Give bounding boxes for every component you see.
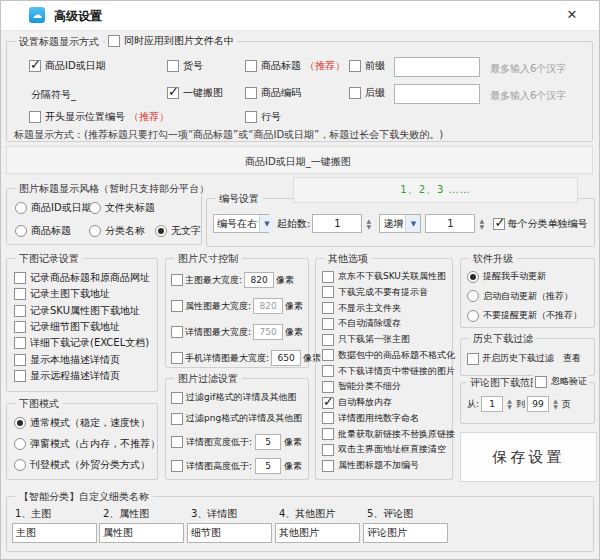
line-number-row[interactable]: 行号 — [245, 110, 281, 124]
record-option-row[interactable]: 记录SKU属性图下载地址 — [14, 304, 154, 318]
radio-icon[interactable] — [14, 438, 26, 450]
main-image-width-row[interactable]: 主图最大宽度: 像素 — [171, 272, 294, 288]
checkbox[interactable] — [14, 288, 26, 300]
other-option-row[interactable]: 批量获取新链接不替换原链接 — [322, 428, 450, 441]
other-option-row[interactable]: 只下载第一张主图 — [322, 333, 450, 346]
onekey-row[interactable]: 一键搬图 — [167, 86, 223, 100]
prefix-checkbox[interactable] — [349, 60, 361, 72]
record-option-row[interactable]: 记录细节图下载地址 — [14, 320, 154, 334]
radio-icon[interactable] — [89, 202, 101, 214]
checkbox[interactable] — [322, 460, 334, 472]
ignore-verify-row[interactable]: 忽略验证 — [533, 375, 589, 388]
upgrade-manual-row[interactable]: 提醒我手动更新 — [467, 270, 591, 283]
product-id-date-row[interactable]: 商品ID或日期 — [29, 59, 106, 73]
filter-gif-row[interactable]: 过滤gif格式的详情及其他图 — [171, 391, 296, 404]
prefix-input[interactable] — [394, 57, 480, 77]
other-option-row[interactable]: 京东不下载SKU关联属性图 — [322, 270, 450, 283]
record-option-row[interactable]: 记录商品标题和原商品网址 — [14, 271, 154, 285]
record-option-row[interactable]: 记录主图下载地址 — [14, 287, 154, 301]
other-option-row[interactable]: 不下载详情页中带链接的图片 — [322, 365, 450, 378]
checkbox[interactable] — [322, 381, 334, 393]
checkbox[interactable] — [322, 397, 334, 409]
filter-height-input[interactable] — [255, 458, 281, 474]
category-input-2[interactable] — [99, 523, 184, 543]
save-settings-button[interactable]: 保存设置 — [460, 432, 597, 482]
category-input-3[interactable] — [187, 523, 272, 543]
filter-png-row[interactable]: 过滤png格式的详情及其他图 — [171, 412, 302, 425]
checkbox[interactable] — [14, 272, 26, 284]
record-option-row[interactable]: 显示本地描述详情页 — [14, 353, 154, 367]
category-input-1[interactable] — [12, 523, 97, 543]
checkbox[interactable] — [171, 413, 183, 425]
checkbox[interactable] — [14, 354, 26, 366]
radio-icon[interactable] — [467, 310, 479, 322]
radio-icon[interactable] — [15, 225, 27, 237]
radio-no-text[interactable]: 无文字 — [155, 224, 201, 238]
other-option-row[interactable]: 双击主界面地址框直接清空 — [322, 443, 450, 456]
other-option-row[interactable]: 详情图用纯数字命名 — [322, 412, 450, 425]
mobile-detail-width-input[interactable] — [271, 350, 301, 366]
radio-folder-title[interactable]: 文件夹标题 — [89, 201, 155, 215]
position-number-checkbox[interactable] — [29, 111, 41, 123]
checkbox[interactable] — [171, 392, 183, 404]
suffix-checkbox[interactable] — [349, 87, 361, 99]
mode-popup-row[interactable]: 弹窗模式（占内存，不推荐） — [14, 437, 154, 451]
checkbox[interactable] — [322, 334, 334, 346]
checkbox[interactable] — [14, 305, 26, 317]
record-option-row[interactable]: 显示远程描述详情页 — [14, 369, 154, 383]
record-option-row[interactable]: 详细下载记录(EXCEL文档) — [14, 336, 154, 350]
upgrade-auto-row[interactable]: 启动自动更新（推荐） — [467, 290, 591, 303]
apply-to-filename-checkbox[interactable] — [108, 35, 120, 47]
onekey-checkbox[interactable] — [167, 87, 179, 99]
checkbox[interactable] — [171, 436, 183, 448]
radio-icon[interactable] — [14, 459, 26, 471]
view-link[interactable]: 查看 — [563, 352, 581, 365]
number-position-select[interactable]: 编号在右 — [213, 214, 269, 233]
checkbox[interactable] — [322, 271, 334, 283]
spinner-up-down-icon[interactable] — [477, 218, 486, 230]
radio-product-id-date[interactable]: 商品ID或日期 — [15, 201, 92, 215]
product-id-date-checkbox[interactable] — [29, 60, 41, 72]
other-option-row[interactable]: 不显示主文件夹 — [322, 302, 450, 315]
spinner-up-down-icon[interactable] — [505, 398, 514, 410]
to-page-input[interactable] — [527, 396, 549, 412]
attr-image-width-row[interactable]: 属性图最大宽度: 像素 — [171, 298, 303, 314]
category-input-5[interactable] — [363, 523, 448, 543]
attr-image-width-input[interactable] — [253, 298, 283, 314]
checkbox[interactable] — [467, 353, 479, 365]
increment-mode-select[interactable]: 递增 — [379, 214, 421, 233]
checkbox[interactable] — [171, 274, 183, 286]
checkbox[interactable] — [322, 286, 334, 298]
other-option-row[interactable]: 属性图标题不加编号 — [322, 459, 450, 472]
filter-width-input[interactable] — [255, 434, 281, 450]
ignore-verify-checkbox[interactable] — [535, 376, 547, 388]
chevron-down-icon[interactable] — [259, 215, 274, 232]
radio-icon[interactable] — [14, 417, 26, 429]
checkbox[interactable] — [14, 370, 26, 382]
checkbox[interactable] — [322, 349, 334, 361]
checkbox[interactable] — [322, 318, 334, 330]
other-option-row[interactable]: 自动释放内存 — [322, 396, 450, 409]
start-number-input[interactable] — [312, 214, 362, 233]
filter-width-row[interactable]: 详情图宽度低于: 像素 — [171, 434, 302, 450]
product-title-row[interactable]: 商品标题 （推荐） — [245, 59, 345, 73]
radio-icon[interactable] — [155, 225, 167, 237]
main-image-width-input[interactable] — [244, 272, 274, 288]
checkbox[interactable] — [322, 302, 334, 314]
radio-icon[interactable] — [89, 225, 101, 237]
filter-height-row[interactable]: 详情图高度低于: 像素 — [171, 458, 302, 474]
prefix-row[interactable]: 前缀 — [349, 59, 385, 73]
position-number-row[interactable]: 开头显示位置编号 （推荐） — [29, 110, 169, 124]
other-option-row[interactable]: 智能分类不细分 — [322, 380, 450, 393]
radio-icon[interactable] — [467, 290, 479, 302]
spinner-up-down-icon[interactable] — [551, 398, 560, 410]
other-option-row[interactable]: 不自动清除缓存 — [322, 317, 450, 330]
checkbox[interactable] — [171, 352, 183, 364]
product-title-checkbox[interactable] — [245, 60, 257, 72]
checkbox[interactable] — [322, 444, 334, 456]
history-filter-row[interactable]: 开启历史下载过滤 查看 — [467, 352, 581, 365]
category-input-4[interactable] — [275, 523, 360, 543]
suffix-input[interactable] — [394, 84, 480, 104]
item-no-row[interactable]: 货号 — [167, 59, 203, 73]
suffix-row[interactable]: 后缀 — [349, 86, 385, 100]
